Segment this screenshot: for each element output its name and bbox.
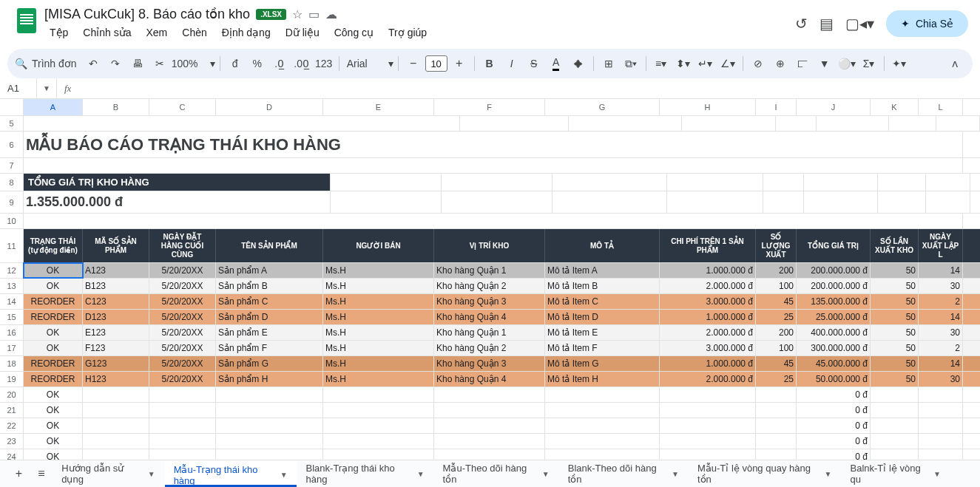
cell[interactable] — [804, 191, 878, 213]
data-cell[interactable] — [545, 418, 660, 433]
print-icon[interactable]: 🖶 — [127, 53, 148, 74]
search-menus[interactable]: 🔍 Trình đơn — [15, 53, 81, 74]
data-cell[interactable]: REORDER — [24, 372, 83, 386]
data-cell[interactable]: Kho hàng Quận 3 — [434, 294, 545, 309]
cell[interactable] — [460, 116, 570, 131]
data-cell[interactable]: 50 — [871, 356, 919, 371]
data-cell[interactable]: 5/20/20XX — [149, 279, 216, 293]
col-header-K[interactable]: K — [871, 99, 919, 115]
data-cell[interactable] — [83, 418, 149, 433]
italic-icon[interactable]: I — [501, 53, 522, 74]
data-cell[interactable]: Ms.H — [323, 310, 434, 324]
data-cell[interactable]: F123 — [83, 341, 149, 355]
menu-công cụ[interactable]: Công cụ — [329, 24, 379, 41]
data-cell[interactable]: Ms.H — [323, 279, 434, 293]
data-cell[interactable]: 100 — [756, 341, 797, 355]
history-icon[interactable]: ↺ — [795, 15, 808, 33]
data-cell[interactable]: Mô tả Item A — [545, 263, 660, 278]
data-cell[interactable] — [323, 434, 434, 449]
data-cell[interactable] — [323, 387, 434, 402]
data-cell[interactable]: REORDER — [24, 310, 83, 324]
data-cell[interactable]: 50 — [871, 294, 919, 309]
data-cell[interactable]: 200 — [756, 263, 797, 278]
data-cell[interactable]: G123 — [83, 356, 149, 371]
cell[interactable] — [331, 191, 442, 213]
data-cell[interactable] — [149, 418, 216, 433]
col-header-G[interactable]: G — [545, 99, 660, 115]
row-header[interactable]: 14 — [0, 294, 24, 309]
data-cell[interactable]: 50 — [871, 341, 919, 355]
data-cell[interactable]: 50.000.000 đ — [797, 372, 871, 386]
data-cell[interactable] — [871, 418, 919, 433]
data-cell[interactable]: 5/20/20XX — [149, 372, 216, 386]
data-cell[interactable]: Mô tả Item B — [545, 279, 660, 293]
data-cell[interactable]: 0 đ — [797, 418, 871, 433]
name-box[interactable]: A1 — [0, 78, 37, 98]
row-header[interactable]: 13 — [0, 279, 24, 293]
data-cell[interactable] — [216, 403, 323, 418]
data-cell[interactable]: 3.000.000 đ — [660, 294, 756, 309]
data-cell[interactable]: 200.000.000 đ — [797, 279, 871, 293]
sheet-dropdown-icon[interactable]: ▼ — [417, 470, 425, 478]
menu-chèn[interactable]: Chèn — [177, 24, 212, 41]
decrease-font-icon[interactable]: − — [403, 53, 424, 74]
cell[interactable] — [442, 174, 552, 191]
data-cell[interactable]: Mô tả Item D — [545, 310, 660, 324]
row-header[interactable]: 23 — [0, 434, 24, 449]
data-cell[interactable] — [149, 403, 216, 418]
cell[interactable] — [878, 174, 926, 191]
data-cell[interactable]: 1.000.000 đ — [660, 356, 756, 371]
data-cell[interactable]: 1.000.000 đ — [660, 310, 756, 324]
data-cell[interactable]: OK — [24, 279, 83, 293]
currency-button[interactable]: đ — [225, 53, 246, 74]
data-cell[interactable]: 30 — [919, 325, 963, 340]
paint-format-icon[interactable]: ✂ — [149, 53, 170, 74]
data-cell[interactable]: REORDER — [24, 294, 83, 309]
undo-icon[interactable]: ↶ — [83, 53, 104, 74]
total-value[interactable]: 1.355.000.000 đ — [24, 191, 331, 213]
data-cell[interactable]: Ms.H — [323, 325, 434, 340]
data-cell[interactable]: 300.000.000 đ — [797, 341, 871, 355]
table-header[interactable]: NGƯỜI BÁN — [323, 229, 434, 262]
table-header[interactable]: SỐ LẦN XUẤT KHO — [871, 229, 919, 262]
data-cell[interactable]: Ms.H — [323, 372, 434, 386]
zoom-select[interactable]: 100%▾ — [172, 53, 215, 74]
data-cell[interactable]: Sản phẩm D — [216, 310, 323, 324]
cell[interactable] — [331, 174, 442, 191]
data-cell[interactable]: Kho hàng Quận 2 — [434, 279, 545, 293]
cell[interactable] — [926, 191, 970, 213]
increase-decimal-icon[interactable]: .00̲ — [291, 53, 312, 74]
share-button[interactable]: ✦ Chia Sẻ — [886, 10, 968, 37]
data-cell[interactable] — [216, 387, 323, 402]
data-cell[interactable]: 5/20/20XX — [149, 263, 216, 278]
data-cell[interactable]: 5/20/20XX — [149, 310, 216, 324]
filter-views-icon[interactable]: ⚪▾ — [837, 53, 857, 74]
data-cell[interactable]: 0 đ — [797, 434, 871, 449]
row-header[interactable]: 12 — [0, 263, 24, 278]
col-header-H[interactable]: H — [660, 99, 756, 115]
data-cell[interactable] — [323, 403, 434, 418]
data-cell[interactable]: OK — [24, 325, 83, 340]
row-header[interactable]: 17 — [0, 341, 24, 355]
data-cell[interactable] — [919, 418, 963, 433]
data-cell[interactable]: OK — [24, 418, 83, 433]
data-cell[interactable]: Ms.H — [323, 263, 434, 278]
doc-title[interactable]: [MISA CukCuk] 8. Báo cáo tồn kho — [44, 6, 250, 22]
data-cell[interactable]: OK — [24, 263, 83, 278]
namebox-dropdown-icon[interactable]: ▼ — [37, 78, 57, 98]
banner-image[interactable] — [24, 116, 460, 131]
cell[interactable] — [817, 116, 889, 131]
bold-icon[interactable]: B — [479, 53, 500, 74]
col-header-I[interactable]: I — [756, 99, 797, 115]
data-cell[interactable] — [756, 403, 797, 418]
table-header[interactable]: SỐ LƯỢNG XUẤT — [756, 229, 797, 262]
data-cell[interactable]: 50 — [871, 325, 919, 340]
col-header-E[interactable]: E — [323, 99, 434, 115]
data-cell[interactable] — [871, 434, 919, 449]
data-cell[interactable] — [434, 418, 545, 433]
col-header-A[interactable]: A — [24, 99, 83, 115]
data-cell[interactable] — [919, 403, 963, 418]
data-cell[interactable] — [756, 387, 797, 402]
data-cell[interactable]: 2 — [919, 341, 963, 355]
cell[interactable] — [776, 116, 816, 131]
